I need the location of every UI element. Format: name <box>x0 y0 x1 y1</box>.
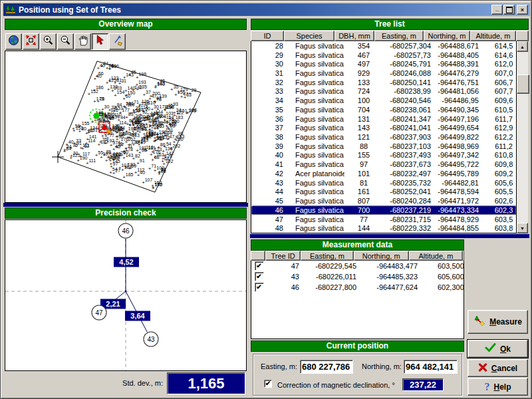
table-row[interactable]: 32Fagus silvatica133-680250,141-964476,7… <box>251 78 516 87</box>
table-row[interactable]: 41Fagus silvatica97-680237,673-964495,72… <box>251 160 516 169</box>
help-button[interactable]: ? Help <box>467 378 528 396</box>
cell: 31 <box>251 69 291 77</box>
measurement-row[interactable]: ✔47-680229,545-964483,477603,500 <box>251 261 464 271</box>
easting-field[interactable]: 680 227,786 <box>300 360 353 374</box>
declination-checkbox[interactable]: ✔ <box>264 380 272 388</box>
measure-tool-tool-button[interactable] <box>109 33 126 50</box>
svg-text:81: 81 <box>116 78 122 82</box>
column-header-id[interactable]: ID <box>251 31 284 41</box>
cell: 602,3 <box>481 206 516 214</box>
cell: -964485,323 <box>363 273 427 281</box>
cell: -680257,73 <box>383 51 434 59</box>
table-row[interactable]: 28Fagus silvatica354-680257,304-964488,6… <box>251 41 516 51</box>
declination-field[interactable]: 237,22 <box>402 378 444 391</box>
minimize-button[interactable]: _ <box>491 5 503 15</box>
column-header-easting[interactable]: Easting, m <box>301 251 353 261</box>
cell: -964478,929 <box>434 215 481 223</box>
table-row[interactable]: 29Fagus silvatica467-680257,73-964488,40… <box>251 51 516 60</box>
measurement-table[interactable]: ✔47-680229,545-964483,477603,500✔43-6802… <box>251 261 464 339</box>
column-header-dbh[interactable]: DBH, mm <box>334 31 374 41</box>
table-row[interactable]: 37Fagus silvatica143-680241,041-964499,6… <box>251 123 516 132</box>
table-row[interactable]: 44Fagus silvatica161-680252,041-964478,5… <box>251 188 516 197</box>
row-checkbox[interactable]: ✔ <box>255 261 264 271</box>
column-header-checkbox[interactable] <box>251 251 265 261</box>
row-checkbox[interactable]: ✔ <box>255 283 264 292</box>
horizontal-splitter-right[interactable] <box>250 234 529 238</box>
table-row[interactable]: 45Fagus silvatica807-680240,284-964471,9… <box>251 196 516 205</box>
table-row[interactable]: 30Fagus silvatica497-680245,791-964488,3… <box>251 59 516 68</box>
svg-text:30: 30 <box>104 104 110 109</box>
scroll-up-button[interactable]: ▲ <box>517 41 528 52</box>
cell: -964484,855 <box>434 224 481 232</box>
table-row[interactable]: 35Fagus silvatica704-680238,061-964490,3… <box>251 105 516 114</box>
column-header-tree-id[interactable]: Tree ID <box>265 251 301 261</box>
tree-list-table[interactable]: 28Fagus silvatica354-680257,304-964488,6… <box>251 41 517 233</box>
overview-map-header: Overview map <box>5 19 247 30</box>
svg-text:31: 31 <box>121 78 126 83</box>
cell: 143 <box>344 124 383 132</box>
table-row[interactable]: 40Fagus silvatica155-680237,493-964497,3… <box>251 151 516 160</box>
svg-text:135: 135 <box>139 84 147 89</box>
cell: Fagus silvatica <box>291 124 344 132</box>
measurement-row[interactable]: ✔43-680226,011-964485,323605,600 <box>251 271 464 282</box>
cell: 609,6 <box>481 96 516 104</box>
cancel-button[interactable]: Cancel <box>467 359 528 377</box>
zoom-out-icon <box>60 35 71 48</box>
title-bar[interactable]: Position using Set of Trees _ × <box>3 3 530 16</box>
pan-tool-button[interactable] <box>74 33 91 50</box>
select-arrow-tool-button[interactable] <box>92 33 108 50</box>
zoom-extent-tool-button[interactable] <box>23 33 39 50</box>
zoom-in-tool-button[interactable] <box>40 33 57 50</box>
overview-map-canvas[interactable]: +54+136+68+114+23+32+56+27+111+32+67+78+… <box>5 51 247 203</box>
horizontal-splitter-left[interactable] <box>3 203 248 207</box>
maximize-button[interactable] <box>503 5 515 15</box>
cell: ✔ <box>251 283 265 292</box>
table-row[interactable]: 31Fagus silvatica929-680246,088-964476,2… <box>251 68 516 78</box>
cell: 43 <box>251 179 291 187</box>
ok-button[interactable]: Ok <box>467 340 528 358</box>
table-row[interactable]: 33Fagus silvatica724-680238,99-964481,05… <box>251 87 516 96</box>
column-header-filler <box>516 31 529 41</box>
svg-text:190: 190 <box>80 156 88 160</box>
svg-text:154: 154 <box>141 101 149 106</box>
svg-text:46: 46 <box>122 227 130 235</box>
table-row[interactable]: 46Fagus silvatica700-680237,219-964473,3… <box>251 205 516 215</box>
distance-label: 3,64 <box>125 311 150 321</box>
cell: -964495,722 <box>434 160 481 168</box>
select-arrow-icon <box>94 35 106 48</box>
table-row[interactable]: 48Fagus silvatica144-680229,332-964484,8… <box>251 223 516 233</box>
table-row[interactable]: 39Fagus silvatica88-680237,103-964498,96… <box>251 142 516 151</box>
column-header-species[interactable]: Species <box>284 31 334 41</box>
column-header-altitude[interactable]: Altitude, m <box>470 31 516 41</box>
cell: -680245,791 <box>383 60 434 68</box>
scrollbar-thumb[interactable] <box>517 74 529 94</box>
column-header-easting[interactable]: Easting, m <box>374 31 424 41</box>
cell: 611,7 <box>481 115 516 123</box>
table-row[interactable]: 38Fagus silvatica121-680237,903-964499,8… <box>251 132 516 142</box>
table-row[interactable]: 47Fagus silvatica77-680231,715-964478,92… <box>251 215 516 224</box>
cell: 144 <box>344 224 383 232</box>
close-button[interactable]: × <box>517 5 528 15</box>
column-header-altitude[interactable]: Altitude, m <box>409 251 463 261</box>
zoom-out-tool-button[interactable] <box>57 33 74 50</box>
tree-list-scrollbar[interactable]: ▲ ▼ <box>517 41 528 233</box>
northing-field[interactable]: 964 482,141 <box>404 360 458 374</box>
measure-button[interactable]: Measure <box>467 310 528 334</box>
svg-text:66: 66 <box>98 71 104 76</box>
table-row[interactable]: 36Fagus silvatica131-680241,347-964497,1… <box>251 114 516 124</box>
globe-tool-button[interactable] <box>5 33 22 50</box>
row-checkbox[interactable]: ✔ <box>255 272 264 281</box>
table-row[interactable]: 42Acer platanoides101-680232,497-964495,… <box>251 169 516 178</box>
measure-button-label: Measure <box>489 317 522 327</box>
std-dev-display: 1,165 <box>167 372 245 394</box>
table-row[interactable]: 34Fagus silvatica100-680240,546-964486,9… <box>251 96 516 105</box>
scroll-down-button[interactable]: ▼ <box>517 223 528 233</box>
svg-text:75: 75 <box>72 143 78 148</box>
column-header-northing[interactable]: Northing, m <box>354 251 409 261</box>
table-row[interactable]: 43Fagus silvatica81-680235,732-964482,81… <box>251 178 516 188</box>
cell: 607,0 <box>481 69 516 77</box>
cell: 605,6 <box>481 179 516 187</box>
column-header-northing[interactable]: Northing, m <box>424 31 470 41</box>
measurement-row[interactable]: ✔46-680227,800-964477,624602,300 <box>251 282 464 293</box>
cell: 37 <box>251 124 291 132</box>
